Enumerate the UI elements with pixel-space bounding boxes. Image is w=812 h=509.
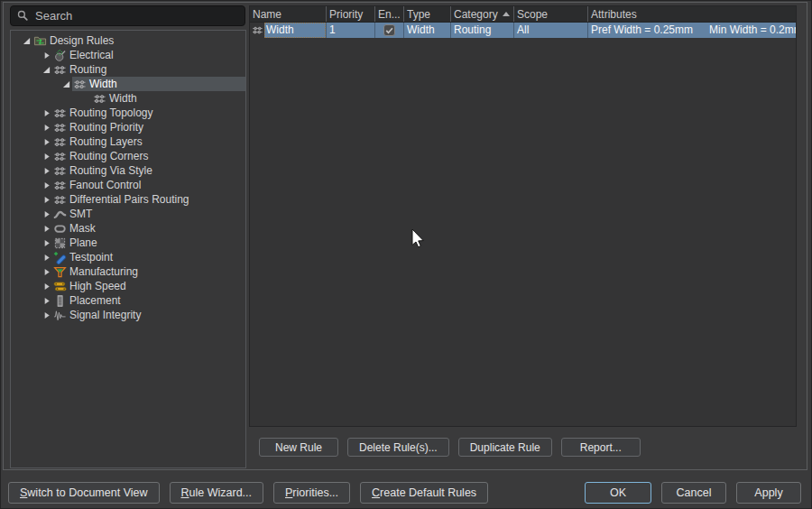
new-rule-button[interactable]: New Rule — [259, 438, 338, 457]
cell-attributes[interactable]: Pref Width = 0.25mmMin Width = 0.2mm — [587, 23, 796, 38]
tree-item-differential-pairs-routing[interactable]: Differential Pairs Routing — [11, 192, 245, 207]
testpoint-icon — [52, 250, 67, 264]
collapsed-arrow-icon[interactable] — [41, 238, 52, 247]
arrow-spacer — [80, 94, 92, 103]
tree-item-body[interactable]: Width — [72, 77, 245, 91]
expanded-arrow-icon[interactable] — [41, 65, 52, 74]
collapsed-arrow-icon[interactable] — [41, 282, 52, 291]
check-icon — [384, 25, 394, 35]
rule-row-width[interactable]: Width1WidthRoutingAllPref Width = 0.25mm… — [250, 23, 796, 38]
smt-icon — [52, 207, 67, 221]
tree-item-placement[interactable]: Placement — [11, 293, 245, 308]
ok-button[interactable]: OK — [585, 482, 651, 504]
cell-type[interactable]: Width — [403, 23, 450, 38]
rule-wizard-button[interactable]: Rule Wizard... — [170, 482, 264, 504]
cell-priority[interactable]: 1 — [326, 23, 374, 38]
tree-item-width[interactable]: Width — [11, 77, 245, 91]
net-icon — [52, 149, 67, 163]
tree-item-body[interactable]: Electrical — [52, 48, 245, 62]
tree-item-body[interactable]: Routing Priority — [52, 120, 245, 134]
tree-item-body[interactable]: High Speed — [52, 279, 245, 293]
plane-icon — [52, 236, 67, 250]
tree-item-routing-corners[interactable]: Routing Corners — [11, 149, 245, 163]
collapsed-arrow-icon[interactable] — [41, 152, 52, 161]
tree-item-routing[interactable]: Routing — [11, 62, 245, 77]
net-icon — [52, 192, 67, 207]
tree-item-electrical[interactable]: Electrical — [11, 48, 245, 62]
column-header-name[interactable]: Name — [250, 6, 326, 22]
tree-item-routing-via-style[interactable]: Routing Via Style — [11, 163, 245, 178]
expanded-arrow-icon[interactable] — [60, 79, 72, 88]
collapsed-arrow-icon[interactable] — [41, 123, 52, 132]
tree-item-routing-priority[interactable]: Routing Priority — [11, 120, 245, 134]
search-input[interactable] — [10, 5, 245, 26]
tree-item-high-speed[interactable]: High Speed — [11, 279, 245, 293]
tree-item-body[interactable]: Testpoint — [52, 250, 245, 264]
tree-item-body[interactable]: Design Rules — [32, 33, 245, 48]
cancel-button[interactable]: Cancel — [661, 482, 726, 504]
report-button[interactable]: Report... — [561, 438, 641, 457]
rule-name-text: Width — [264, 23, 326, 38]
column-header-category[interactable]: Category — [450, 6, 513, 22]
tree-item-routing-topology[interactable]: Routing Topology — [11, 106, 245, 120]
tree-item-testpoint[interactable]: Testpoint — [11, 250, 245, 264]
apply-button[interactable]: Apply — [736, 482, 801, 504]
delete-rule-s-button[interactable]: Delete Rule(s)... — [347, 438, 449, 457]
column-header-attributes[interactable]: Attributes — [587, 6, 796, 22]
create-default-rules-button[interactable]: Create Default Rules — [360, 482, 488, 504]
enabled-checkbox[interactable] — [383, 24, 395, 36]
collapsed-arrow-icon[interactable] — [41, 108, 52, 117]
tree-item-body[interactable]: Signal Integrity — [52, 308, 245, 322]
collapsed-arrow-icon[interactable] — [41, 180, 52, 190]
expanded-arrow-icon[interactable] — [21, 36, 32, 45]
switch-to-document-view-button[interactable]: Switch to Document View — [8, 482, 160, 504]
collapsed-arrow-icon[interactable] — [41, 224, 52, 233]
collapsed-arrow-icon[interactable] — [41, 310, 52, 319]
rules-tree[interactable]: Design RulesElectricalRoutingWidthWidthR… — [10, 30, 246, 468]
collapsed-arrow-icon[interactable] — [41, 296, 52, 305]
tree-item-label: Width — [89, 77, 117, 91]
collapsed-arrow-icon[interactable] — [41, 209, 52, 218]
cell-name[interactable]: Width — [250, 23, 326, 38]
tree-item-body[interactable]: Mask — [52, 221, 245, 236]
tree-item-routing-layers[interactable]: Routing Layers — [11, 134, 245, 149]
tree-item-body[interactable]: Manufacturing — [52, 264, 245, 279]
column-header-type[interactable]: Type — [403, 6, 450, 22]
net-icon — [52, 178, 67, 192]
tree-item-plane[interactable]: Plane — [11, 236, 245, 250]
collapsed-arrow-icon[interactable] — [41, 166, 52, 175]
collapsed-arrow-icon[interactable] — [41, 51, 52, 60]
cell-scope[interactable]: All — [513, 23, 587, 38]
tree-item-body[interactable]: Routing — [52, 62, 245, 77]
duplicate-rule-button[interactable]: Duplicate Rule — [458, 438, 552, 457]
attribute-text: Pref Width = 0.25mm — [591, 23, 693, 36]
tree-item-fanout-control[interactable]: Fanout Control — [11, 178, 245, 192]
column-header-scope[interactable]: Scope — [513, 6, 587, 22]
collapsed-arrow-icon[interactable] — [41, 253, 52, 262]
tree-item-body[interactable]: SMT — [52, 207, 245, 221]
collapsed-arrow-icon[interactable] — [41, 267, 52, 276]
tree-item-body[interactable]: Routing Corners — [52, 149, 245, 163]
tree-item-body[interactable]: Differential Pairs Routing — [52, 192, 245, 207]
collapsed-arrow-icon[interactable] — [41, 195, 52, 204]
tree-item-body[interactable]: Routing Layers — [52, 134, 245, 149]
tree-item-body[interactable]: Routing Topology — [52, 106, 245, 120]
tree-item-body[interactable]: Fanout Control — [52, 178, 245, 192]
priorities-button[interactable]: Priorities... — [273, 482, 350, 504]
tree-item-body[interactable]: Routing Via Style — [52, 163, 245, 178]
cell-enabled[interactable] — [374, 23, 403, 38]
tree-item-width[interactable]: Width — [11, 91, 245, 106]
tree-item-signal-integrity[interactable]: Signal Integrity — [11, 308, 245, 322]
cell-category[interactable]: Routing — [450, 23, 513, 38]
tree-item-body[interactable]: Placement — [52, 293, 245, 308]
column-header-en[interactable]: En... — [374, 6, 403, 22]
collapsed-arrow-icon[interactable] — [41, 137, 52, 146]
tree-item-mask[interactable]: Mask — [11, 221, 245, 236]
column-header-priority[interactable]: Priority — [326, 6, 374, 22]
tree-item-label: Routing Via Style — [69, 163, 152, 178]
tree-item-body[interactable]: Width — [92, 91, 245, 106]
tree-item-body[interactable]: Plane — [52, 236, 245, 250]
tree-item-design-rules[interactable]: Design Rules — [11, 33, 245, 48]
tree-item-smt[interactable]: SMT — [11, 207, 245, 221]
tree-item-manufacturing[interactable]: Manufacturing — [11, 264, 245, 279]
